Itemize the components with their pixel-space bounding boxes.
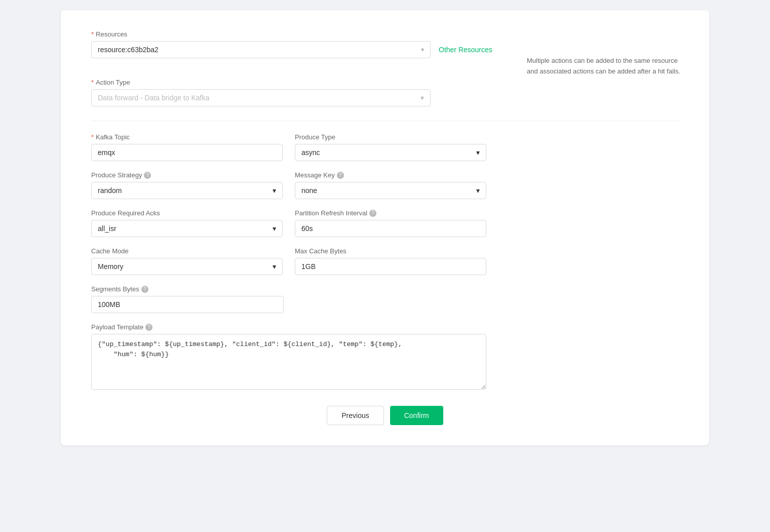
produce-strategy-label: Produce Strategy	[91, 171, 142, 179]
kafka-topic-group: * Kafka Topic	[91, 133, 283, 161]
message-key-help-icon[interactable]: ?	[337, 172, 344, 179]
divider	[91, 121, 679, 121]
message-key-select[interactable]: none ▾	[295, 182, 486, 199]
resources-label: * Resources	[91, 30, 679, 38]
resources-value: resource:c63b2ba2	[98, 46, 159, 54]
strategy-key-row: Produce Strategy ? random ▾ Message Key …	[91, 171, 486, 199]
max-cache-bytes-group: Max Cache Bytes	[295, 247, 486, 275]
produce-strategy-chevron-icon: ▾	[273, 186, 276, 195]
acks-partition-row: Produce Required Acks all_isr ▾ Partitio…	[91, 209, 486, 237]
produce-strategy-group: Produce Strategy ? random ▾	[91, 171, 283, 199]
action-type-select[interactable]: Data forward - Data bridge to Kafka ▾	[91, 89, 431, 106]
resources-select[interactable]: resource:c63b2ba2 ▾	[91, 41, 431, 58]
partition-refresh-group: Partition Refresh Interval ?	[295, 209, 486, 237]
segments-bytes-help-icon[interactable]: ?	[141, 286, 148, 293]
cache-row: Cache Mode Memory ▾ Max Cache Bytes	[91, 247, 486, 275]
segments-bytes-label: Segments Bytes	[91, 285, 139, 293]
cache-mode-label: Cache Mode	[91, 247, 129, 255]
produce-type-select[interactable]: async ▾	[295, 144, 486, 161]
action-type-label: * Action Type	[91, 79, 679, 86]
message-key-chevron-icon: ▾	[476, 186, 480, 195]
produce-strategy-help-icon[interactable]: ?	[144, 172, 151, 179]
cache-mode-group: Cache Mode Memory ▾	[91, 247, 283, 275]
produce-strategy-value: random	[98, 186, 122, 195]
produce-type-value: async	[301, 148, 320, 157]
message-key-group: Message Key ? none ▾	[295, 171, 486, 199]
main-container: * Resources resource:c63b2ba2 ▾ Other Re…	[61, 10, 709, 445]
payload-template-help-icon[interactable]: ?	[145, 324, 152, 331]
cache-mode-select[interactable]: Memory ▾	[91, 258, 283, 275]
payload-template-group: Payload Template ? {"up_timestamp": ${up…	[91, 323, 486, 390]
produce-acks-select[interactable]: all_isr ▾	[91, 220, 283, 237]
produce-acks-group: Produce Required Acks all_isr ▾	[91, 209, 283, 237]
action-type-chevron-icon: ▾	[420, 94, 424, 102]
payload-template-textarea[interactable]: {"up_timestamp": ${up_timestamp}, "clien…	[91, 334, 486, 390]
info-box: Multiple actions can be added to the sam…	[527, 56, 689, 77]
produce-acks-label: Produce Required Acks	[91, 209, 160, 217]
kafka-topic-input[interactable]	[91, 144, 283, 161]
confirm-button[interactable]: Confirm	[390, 406, 443, 425]
kafka-produce-row: * Kafka Topic Produce Type async ▾	[91, 133, 486, 161]
segments-bytes-group: Segments Bytes ?	[91, 285, 284, 313]
previous-button[interactable]: Previous	[327, 406, 383, 425]
max-cache-bytes-label: Max Cache Bytes	[295, 247, 346, 255]
produce-type-group: Produce Type async ▾	[295, 133, 486, 161]
other-resources-link[interactable]: Other Resources	[439, 46, 492, 54]
partition-refresh-help-icon[interactable]: ?	[369, 210, 376, 217]
max-cache-bytes-input[interactable]	[295, 258, 486, 275]
segments-bytes-input[interactable]	[91, 296, 284, 313]
kafka-topic-label: Kafka Topic	[96, 133, 130, 141]
produce-acks-chevron-icon: ▾	[273, 224, 276, 233]
produce-strategy-select[interactable]: random ▾	[91, 182, 283, 199]
footer-buttons: Previous Confirm	[91, 406, 679, 425]
message-key-label: Message Key	[295, 171, 335, 179]
message-key-value: none	[301, 186, 317, 195]
partition-refresh-input[interactable]	[295, 220, 486, 237]
resources-chevron-icon: ▾	[421, 46, 424, 53]
produce-acks-value: all_isr	[98, 224, 117, 233]
payload-template-label: Payload Template	[91, 323, 143, 331]
action-type-placeholder: Data forward - Data bridge to Kafka	[98, 94, 209, 102]
info-text: Multiple actions can be added to the sam…	[527, 56, 689, 77]
produce-type-chevron-icon: ▾	[476, 148, 480, 157]
cache-mode-chevron-icon: ▾	[273, 262, 276, 271]
partition-refresh-label: Partition Refresh Interval	[295, 209, 367, 217]
cache-mode-value: Memory	[98, 262, 124, 271]
produce-type-label: Produce Type	[295, 133, 335, 141]
